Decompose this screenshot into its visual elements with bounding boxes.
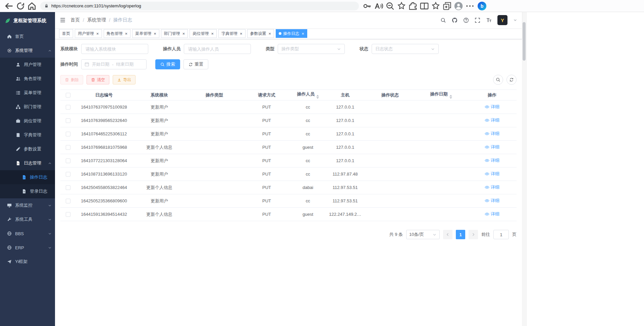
reset-button[interactable]: 重置	[183, 59, 208, 69]
sidebar-item-用户管理[interactable]: 用户管理	[0, 58, 55, 72]
tab-角色管理[interactable]: 角色管理×	[104, 29, 131, 38]
browser-profile-icon[interactable]	[454, 1, 463, 11]
sidebar-item-操作日志[interactable]: 操作日志	[0, 170, 55, 184]
address-bar[interactable]: https://ccnetcore.com:1101/system/log/op…	[40, 2, 359, 10]
reload-icon[interactable]	[16, 1, 25, 11]
sidebar-item-参数设置[interactable]: 参数设置	[0, 142, 55, 156]
tab-close-icon[interactable]: ×	[154, 31, 156, 36]
row-checkbox[interactable]	[66, 172, 70, 177]
sort-carets-icon[interactable]	[316, 95, 319, 99]
detail-link[interactable]: 详细	[485, 131, 499, 137]
detail-link[interactable]: 详细	[485, 104, 499, 110]
favorites-bar-icon[interactable]	[431, 1, 440, 11]
zoom-out-icon[interactable]	[385, 1, 395, 11]
tab-字典管理[interactable]: 字典管理×	[218, 29, 246, 38]
tab-close-icon[interactable]: ×	[302, 31, 304, 36]
toggle-search-button[interactable]	[493, 75, 503, 85]
row-checkbox[interactable]	[66, 212, 70, 217]
tab-参数设置[interactable]: 参数设置×	[247, 29, 274, 38]
tab-操作日志[interactable]: 操作日志×	[276, 29, 307, 38]
tab-菜单管理[interactable]: 菜单管理×	[132, 29, 159, 38]
sidebar-item-ERP[interactable]: ERP	[0, 241, 55, 255]
tab-close-icon[interactable]: ×	[125, 31, 128, 36]
scrollbar-thumb[interactable]	[523, 22, 526, 61]
split-screen-icon[interactable]	[420, 1, 429, 11]
type-select[interactable]: 操作类型	[278, 44, 345, 54]
row-checkbox[interactable]	[66, 118, 70, 123]
date-range-picker[interactable]: 开始日期 - 结束日期	[81, 59, 147, 69]
export-button[interactable]: 导出	[113, 75, 136, 84]
github-icon[interactable]	[452, 17, 458, 23]
next-page-button[interactable]	[469, 230, 478, 239]
password-key-icon[interactable]	[363, 1, 372, 11]
row-checkbox[interactable]	[66, 105, 70, 110]
row-checkbox[interactable]	[66, 158, 70, 163]
goto-page-input[interactable]	[493, 230, 509, 239]
sidebar-item-Yi框架[interactable]: Yi框架	[0, 255, 55, 269]
row-checkbox[interactable]	[66, 132, 70, 136]
tab-close-icon[interactable]: ×	[182, 31, 185, 36]
tab-岗位管理[interactable]: 岗位管理×	[190, 29, 217, 38]
sidebar-item-日志管理[interactable]: 日志管理	[0, 156, 55, 170]
sidebar-item-BBS[interactable]: BBS	[0, 226, 55, 241]
tab-用户管理[interactable]: 用户管理×	[75, 29, 102, 38]
sidebar-item-角色管理[interactable]: 角色管理	[0, 72, 55, 86]
more-options-icon[interactable]	[465, 1, 475, 11]
row-checkbox[interactable]	[66, 199, 70, 203]
sidebar-item-岗位管理[interactable]: 岗位管理	[0, 114, 55, 128]
sidebar-item-首页[interactable]: 首页	[0, 29, 55, 44]
detail-link[interactable]: 详细	[485, 184, 499, 190]
help-icon[interactable]	[463, 17, 469, 23]
breadcrum-item[interactable]: 系统管理	[87, 17, 106, 23]
bing-icon[interactable]: b	[478, 2, 486, 10]
detail-link[interactable]: 详细	[485, 144, 499, 150]
sidebar-item-部门管理[interactable]: 部门管理	[0, 100, 55, 114]
tab-首页[interactable]: 首页	[59, 29, 73, 38]
operator-input[interactable]	[184, 44, 251, 54]
collections-icon[interactable]	[442, 1, 452, 11]
tab-close-icon[interactable]: ×	[96, 31, 99, 36]
sidebar-item-菜单管理[interactable]: 菜单管理	[0, 86, 55, 100]
font-size-icon[interactable]	[486, 17, 492, 23]
hamburger-icon[interactable]	[60, 17, 66, 23]
tab-部门管理[interactable]: 部门管理×	[161, 29, 188, 38]
clear-button[interactable]: 清空	[87, 75, 109, 84]
add-favorite-star-icon[interactable]	[397, 1, 406, 11]
page-scrollbar[interactable]	[522, 12, 526, 326]
read-aloud-icon[interactable]	[374, 1, 383, 11]
detail-link[interactable]: 详细	[485, 198, 499, 204]
delete-button[interactable]: 删除	[60, 75, 83, 84]
search-button[interactable]: 搜索	[155, 59, 180, 69]
app-logo[interactable]: 意框架管理系统	[0, 12, 55, 29]
page-size-select[interactable]: 10条/页	[406, 230, 440, 239]
sidebar-item-字典管理[interactable]: 字典管理	[0, 128, 55, 142]
detail-link[interactable]: 详细	[485, 117, 499, 123]
breadcrumb-item[interactable]: 首页	[70, 17, 80, 23]
sort-carets-icon[interactable]	[449, 95, 452, 99]
back-icon[interactable]	[4, 1, 14, 11]
status-select[interactable]: 日志状态	[372, 44, 439, 54]
detail-link[interactable]: 详细	[485, 157, 499, 164]
column-操作人员[interactable]: 操作人员	[291, 90, 325, 101]
detail-link[interactable]: 详细	[485, 171, 499, 177]
row-checkbox[interactable]	[66, 145, 70, 150]
select-all-checkbox[interactable]	[66, 93, 70, 97]
user-avatar[interactable]: Y	[497, 15, 507, 25]
sidebar-item-系统管理[interactable]: 系统管理	[0, 44, 55, 58]
browser-home-icon[interactable]	[27, 1, 37, 11]
page-number-current[interactable]: 1	[456, 230, 465, 239]
fullscreen-icon[interactable]	[475, 17, 480, 23]
detail-link[interactable]: 详细	[485, 211, 499, 217]
row-checkbox[interactable]	[66, 185, 70, 190]
tab-close-icon[interactable]: ×	[240, 31, 243, 36]
module-input[interactable]	[81, 44, 148, 54]
tab-close-icon[interactable]: ×	[269, 31, 271, 36]
prev-page-button[interactable]	[443, 230, 452, 239]
sidebar-item-系统监控[interactable]: 系统监控	[0, 198, 55, 212]
search-icon[interactable]	[440, 17, 446, 23]
refresh-table-button[interactable]	[506, 75, 517, 85]
extensions-puzzle-icon[interactable]	[408, 1, 418, 11]
chevron-down-icon[interactable]	[513, 18, 517, 22]
sidebar-item-登录日志[interactable]: 登录日志	[0, 184, 55, 198]
tab-close-icon[interactable]: ×	[211, 31, 214, 36]
